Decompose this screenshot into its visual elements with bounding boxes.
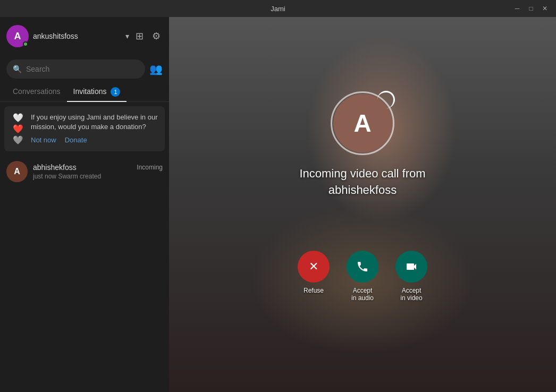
- call-message: Incoming video call fromabhishekfoss: [299, 166, 425, 199]
- donate-button[interactable]: Donate: [65, 136, 87, 144]
- sidebar-header: A ankushitsfoss ▾ ⊞ ⚙: [0, 17, 169, 55]
- donation-message: If you enjoy using Jami and believe in o…: [31, 113, 158, 132]
- tab-conversations[interactable]: Conversations: [6, 83, 67, 102]
- search-input[interactable]: [26, 65, 139, 73]
- username-label: ankushitsfoss: [33, 32, 121, 40]
- title-bar-controls: ─ □ ✕: [512, 4, 550, 13]
- online-status-dot: [23, 41, 28, 47]
- account-dropdown-arrow[interactable]: ▾: [125, 32, 129, 40]
- donation-actions: Not now Donate: [31, 136, 158, 144]
- title-bar: Jami ─ □ ✕: [0, 0, 556, 17]
- call-actions: ✕ Refuse Acceptin audio: [298, 251, 427, 302]
- accept-audio-label: Acceptin audio: [351, 287, 374, 302]
- search-box: 🔍: [6, 59, 145, 79]
- caller-avatar-container: A: [331, 91, 394, 155]
- conversation-item-abhishekfoss[interactable]: A abhishekfoss Incoming just now Swarm c…: [0, 156, 169, 188]
- refuse-label: Refuse: [304, 287, 324, 294]
- refuse-button[interactable]: ✕: [298, 251, 330, 283]
- accept-audio-action: Acceptin audio: [347, 251, 378, 302]
- conversation-header: abhishekfoss Incoming: [33, 163, 163, 172]
- not-now-button[interactable]: Not now: [31, 136, 56, 144]
- refuse-action: ✕ Refuse: [298, 251, 330, 294]
- conversation-preview: just now Swarm created: [33, 173, 163, 180]
- caller-avatar-ring: A: [331, 91, 394, 155]
- close-button[interactable]: ✕: [540, 4, 550, 13]
- call-info: Incoming video call fromabhishekfoss: [299, 166, 425, 199]
- accept-video-button[interactable]: [395, 251, 427, 283]
- maximize-button[interactable]: □: [526, 4, 536, 13]
- add-contact-button[interactable]: 👥: [149, 63, 163, 75]
- hearts-decoration: 🤍 ❤️ 🩶: [11, 113, 26, 145]
- conversation-avatar: A: [6, 161, 28, 182]
- user-avatar-initial: A: [14, 31, 21, 42]
- grid-icon[interactable]: ⊞: [133, 28, 146, 44]
- accept-video-label: Acceptin video: [400, 287, 422, 302]
- settings-icon[interactable]: ⚙: [150, 28, 163, 44]
- conversation-status: Incoming: [137, 164, 163, 171]
- search-container: 🔍 👥: [0, 55, 169, 83]
- search-icon: 🔍: [13, 65, 22, 73]
- invitations-badge: 1: [111, 87, 120, 97]
- main-content: A Incoming video call fromabhishekfoss ✕…: [169, 17, 556, 392]
- app-container: A ankushitsfoss ▾ ⊞ ⚙ 🔍 👥 Conversations …: [0, 17, 556, 392]
- donation-content: If you enjoy using Jami and believe in o…: [31, 113, 158, 144]
- person-silhouette: [169, 17, 556, 392]
- video-background: A Incoming video call fromabhishekfoss ✕…: [169, 17, 556, 392]
- title-bar-title: Jami: [271, 5, 285, 13]
- caller-avatar: A: [333, 94, 392, 152]
- sidebar: A ankushitsfoss ▾ ⊞ ⚙ 🔍 👥 Conversations …: [0, 17, 169, 392]
- tabs: Conversations Invitations 1: [0, 83, 169, 102]
- minimize-button[interactable]: ─: [512, 4, 522, 13]
- tab-invitations[interactable]: Invitations 1: [67, 83, 127, 102]
- donation-banner: 🤍 ❤️ 🩶 If you enjoy using Jami and belie…: [4, 106, 165, 151]
- conversation-name: abhishekfoss: [33, 163, 77, 172]
- accept-audio-button[interactable]: [347, 251, 378, 283]
- conversation-info: abhishekfoss Incoming just now Swarm cre…: [33, 163, 163, 180]
- accept-video-action: Acceptin video: [395, 251, 427, 302]
- user-avatar[interactable]: A: [6, 25, 29, 47]
